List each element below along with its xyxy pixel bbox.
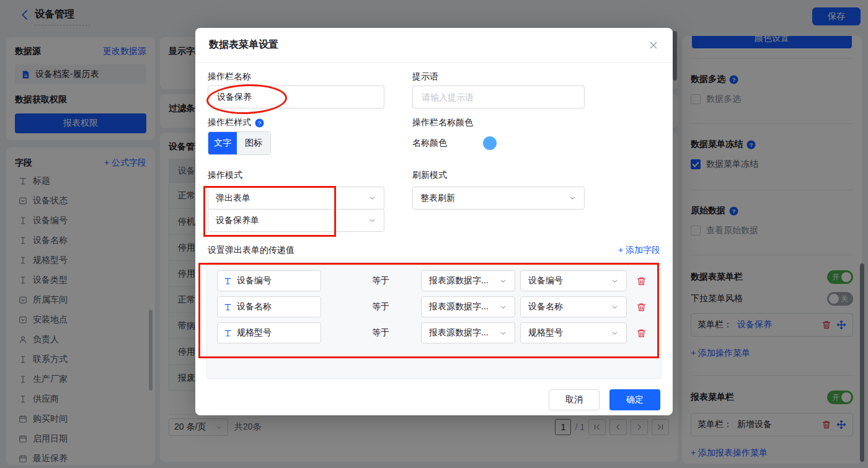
delete-row-icon[interactable] (636, 302, 647, 312)
target-field-select[interactable]: 设备名称 (520, 296, 627, 317)
equals-label: 等于 (362, 327, 399, 338)
action-name-input[interactable] (216, 92, 376, 103)
chevron-down-icon (499, 277, 507, 285)
close-icon[interactable] (648, 40, 659, 51)
help-icon[interactable]: ? (255, 118, 264, 128)
pass-field-input[interactable]: 设备名称 (217, 296, 321, 317)
confirm-button[interactable]: 确定 (609, 389, 660, 410)
chevron-down-icon (368, 216, 376, 224)
target-field-value: 设备编号 (528, 275, 563, 286)
source-type-select[interactable]: 报表源数据字... (421, 296, 515, 317)
modal-title: 数据表菜单设置 (209, 38, 278, 51)
source-type-select[interactable]: 报表源数据字... (421, 270, 515, 291)
target-field-select[interactable]: 规格型号 (520, 322, 627, 343)
pass-value-row: 规格型号 等于 报表源数据字... 规格型号 (217, 322, 651, 343)
svg-text:?: ? (258, 120, 261, 126)
pass-field-value: 设备编号 (237, 275, 272, 286)
text-field-icon (224, 277, 232, 285)
source-type-value: 报表源数据字... (429, 301, 489, 312)
action-mode-label: 操作模式 (208, 170, 242, 181)
target-field-value: 设备名称 (528, 301, 563, 312)
action-mode-select[interactable]: 弹出表单 (208, 187, 384, 210)
pass-field-value: 设备名称 (237, 301, 272, 312)
chevron-down-icon (569, 194, 577, 202)
equals-label: 等于 (362, 301, 399, 312)
refresh-mode-value: 整表刷新 (420, 193, 455, 204)
pass-value-row: 设备编号 等于 报表源数据字... 设备编号 (217, 270, 651, 291)
action-name-color-label: 操作栏名称颜色 (412, 117, 473, 128)
name-color-swatch[interactable] (483, 136, 497, 150)
pass-values-title: 设置弹出表单的传递值 (208, 245, 294, 256)
tab-text-style[interactable]: 文字 (208, 132, 237, 154)
source-type-value: 报表源数据字... (429, 327, 489, 338)
tip-label: 提示语 (412, 71, 438, 82)
pass-field-input[interactable]: 设备编号 (217, 270, 321, 291)
chevron-down-icon (499, 303, 507, 311)
delete-row-icon[interactable] (636, 328, 647, 338)
source-type-select[interactable]: 报表源数据字... (421, 322, 515, 343)
add-field-link[interactable]: + 添加字段 (618, 245, 660, 256)
delete-row-icon[interactable] (636, 276, 647, 286)
action-style-tabs: 文字 图标 (208, 131, 271, 155)
pass-values-panel: 设备编号 等于 报表源数据字... 设备编号 (206, 262, 662, 379)
cancel-button[interactable]: 取消 (549, 389, 600, 410)
text-field-icon (224, 329, 232, 337)
target-field-value: 规格型号 (528, 327, 563, 338)
refresh-mode-label: 刷新模式 (412, 170, 447, 181)
tip-input[interactable] (420, 92, 577, 103)
refresh-mode-select[interactable]: 整表刷新 (412, 187, 585, 210)
table-menu-settings-modal: 数据表菜单设置 操作栏名称 提示语 操作栏样式 ? 文字 图标 操作栏名称颜色 … (195, 28, 673, 415)
chevron-down-icon (611, 277, 619, 285)
popup-form-select[interactable]: 设备保养单 (208, 209, 384, 232)
popup-form-value: 设备保养单 (216, 215, 259, 226)
pass-field-input[interactable]: 规格型号 (217, 322, 321, 343)
action-mode-value: 弹出表单 (216, 193, 250, 204)
tip-input-wrap (412, 86, 585, 108)
tab-icon-style[interactable]: 图标 (237, 132, 270, 154)
target-field-select[interactable]: 设备编号 (520, 270, 627, 291)
source-type-value: 报表源数据字... (429, 275, 489, 286)
chevron-down-icon (611, 329, 619, 337)
pass-field-value: 规格型号 (237, 327, 272, 338)
action-name-label: 操作栏名称 (208, 71, 251, 82)
chevron-down-icon (611, 303, 619, 311)
chevron-down-icon (368, 194, 376, 202)
pass-value-row: 设备名称 等于 报表源数据字... 设备名称 (217, 296, 651, 317)
text-field-icon (224, 303, 232, 311)
equals-label: 等于 (362, 275, 399, 286)
name-color-label: 名称颜色 (412, 138, 447, 149)
action-style-label: 操作栏样式 (208, 117, 251, 128)
chevron-down-icon (499, 329, 507, 337)
action-name-input-wrap (208, 86, 384, 108)
